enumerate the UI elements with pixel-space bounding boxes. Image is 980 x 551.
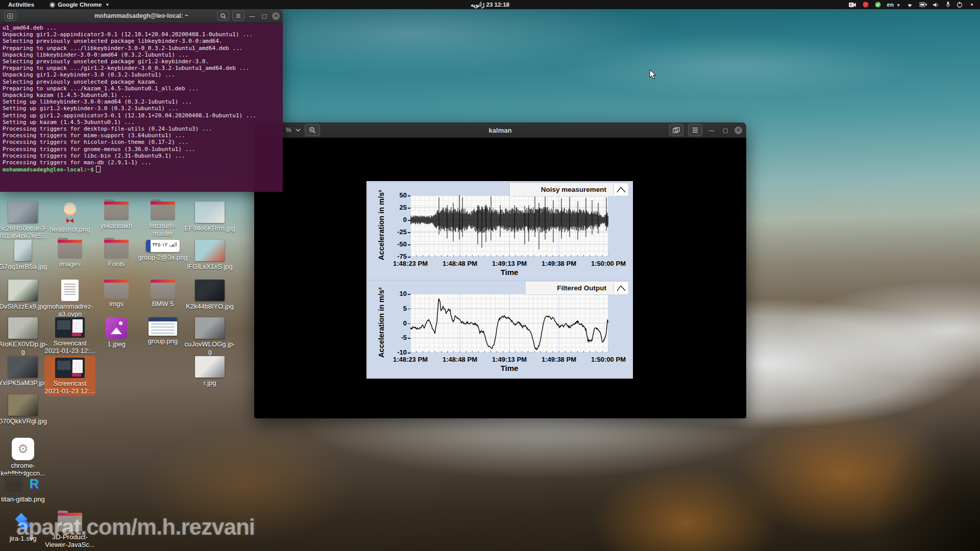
- desktop-item[interactable]: AIoKEX0VDp.jp-g: [0, 317, 48, 356]
- desktop-item[interactable]: r.jpg: [184, 356, 235, 387]
- minimize-button[interactable]: —: [707, 126, 716, 135]
- x-axis-title: Time: [410, 268, 608, 277]
- desktop-item[interactable]: group.png: [137, 317, 188, 345]
- x-tick-label: 1:50:00 PM: [591, 356, 626, 363]
- minimize-button[interactable]: —: [248, 11, 257, 20]
- y-tick-label: 5: [385, 305, 407, 312]
- maximize-button[interactable]: ▢: [721, 126, 730, 135]
- y-tick-mark: [408, 309, 410, 310]
- y-tick-mark: [408, 244, 410, 245]
- legend-label: Noisy measurement: [510, 186, 614, 193]
- system-menu-chevron-icon[interactable]: ▼: [970, 3, 974, 7]
- gallery-button[interactable]: [669, 124, 683, 136]
- activities-button[interactable]: Activities: [5, 0, 37, 9]
- desktop-item-label: AIoKEX0VDp.jp-g: [0, 340, 47, 356]
- desktop-item[interactable]: YxIPK5aM3P.jpg: [0, 356, 48, 387]
- desktop-item[interactable]: mohammadrez-a3.ovpn: [44, 280, 95, 318]
- desktop-item-label: mohammadrez-a3.ovpn: [46, 303, 93, 318]
- y-tick-mark: [408, 195, 410, 196]
- desktop-item[interactable]: cuJovWLOGg.jp-g: [184, 317, 235, 356]
- photo-thumbnail: [195, 240, 225, 261]
- waveform-legend-icon: [614, 283, 628, 293]
- folder-icon: [58, 240, 82, 259]
- shell-prompt: mohammadsadegh@leo-local:~$: [3, 166, 94, 173]
- desktop-item[interactable]: G7oq1erB5a.jpg: [0, 240, 48, 270]
- terminal-line: Processing triggers for mime-support (3.…: [3, 132, 283, 139]
- desktop-item[interactable]: ⚙chrome-kehflbbdgccn...: [0, 438, 48, 477]
- y-tick-mark: [408, 353, 410, 354]
- legend-label: Filtered Output: [526, 284, 614, 292]
- maximize-button[interactable]: ▢: [260, 11, 269, 20]
- desktop-item[interactable]: K2k44b8lYO.jpg: [184, 280, 235, 310]
- terminal-line: Processing triggers for desktop-file-uti…: [3, 126, 283, 132]
- clock-label[interactable]: 12:18 23 ژانویه: [471, 1, 509, 8]
- close-button[interactable]: ✕: [734, 127, 742, 134]
- terminal-line: Setting up kazam (1.4.5-3ubuntu0.1) ...: [3, 119, 283, 126]
- folder-icon: [104, 240, 129, 259]
- desktop-item[interactable]: TITANRtitan-gitlab.png: [0, 473, 48, 503]
- y-tick-label: -25: [385, 228, 407, 236]
- video-thumbnail: [55, 358, 85, 378]
- power-icon[interactable]: [957, 2, 963, 8]
- desktop-item[interactable]: BMW 5: [137, 280, 188, 308]
- desktop-item[interactable]: group-2@3x.png: [137, 240, 188, 261]
- volume-icon[interactable]: [933, 2, 940, 8]
- terminal-line: Selecting previously unselected package …: [3, 79, 283, 85]
- terminal-line: Unpacking kazam (1.4.5-3ubuntu0.1) ...: [3, 92, 283, 98]
- kalman-window: % kalman — ▢ ✕ Acceleration in m/s²: [254, 122, 746, 418]
- x-tick-label: 1:49:13 PM: [492, 260, 527, 267]
- terminal-titlebar[interactable]: mohammadsadegh@leo-local: ~ — ▢ ✕: [0, 9, 283, 23]
- desktop-item[interactable]: 070QkkVRgl.jpg: [0, 394, 48, 425]
- desktop-item-label: G7oq1erB5a.jpg: [0, 263, 47, 270]
- language-indicator[interactable]: en ▼: [887, 2, 901, 8]
- y-axis-label: Acceleration in m/s²: [377, 282, 385, 363]
- x-axis-title: Time: [410, 364, 608, 372]
- notification-badge-icon[interactable]: [863, 2, 869, 8]
- desktop-item[interactable]: yekanbakh: [91, 202, 142, 230]
- folder-icon: [104, 280, 129, 298]
- microphone-icon[interactable]: [946, 2, 950, 8]
- desktop-item[interactable]: DvSIAzzEx9.jpg: [0, 280, 48, 310]
- kalman-titlebar[interactable]: % kalman — ▢ ✕: [254, 122, 746, 138]
- terminal-line: u1_amd64.deb ...: [3, 24, 283, 31]
- desktop-item[interactable]: fetchurls-master: [137, 202, 188, 237]
- desktop-item[interactable]: headshot.png: [44, 202, 95, 233]
- desktop-item[interactable]: lFGlLxX1xS.jpg: [184, 240, 235, 270]
- desktop-item[interactable]: 8c26f450bbae3-781ab4ce7ec5...: [0, 202, 48, 240]
- desktop-item[interactable]: Screencast2021-01-23 12:...: [44, 317, 95, 355]
- desktop-item[interactable]: images: [44, 240, 95, 268]
- desktop-item-label: images: [59, 260, 81, 268]
- menu-button[interactable]: [688, 124, 702, 136]
- desktop-item[interactable]: imgs: [91, 280, 142, 308]
- kalman-image-area[interactable]: Acceleration in m/s² Noisy measurement T…: [254, 138, 746, 418]
- app-menu-button[interactable]: Google Chrome ▼: [46, 0, 112, 9]
- terminal-output[interactable]: u1_amd64.deb ...Unpacking gir1.2-appindi…: [0, 23, 283, 192]
- desktop-item-label: r.jpg: [204, 379, 216, 387]
- terminal-line: Setting up gir1.2-appindicator3-0.1 (12.…: [3, 112, 283, 119]
- chart-stack: Acceleration in m/s² Noisy measurement T…: [366, 181, 632, 378]
- desktop-item[interactable]: 1.jpeg: [91, 317, 142, 348]
- desktop-item[interactable]: Screencast2021-01-23 12:...: [44, 356, 95, 396]
- y-tick-mark: [408, 338, 410, 339]
- folder-icon: [151, 280, 175, 298]
- search-button[interactable]: [217, 11, 229, 21]
- plot-area: [410, 195, 608, 257]
- photo-thumbnail: [8, 202, 38, 223]
- mouse-cursor: [649, 69, 656, 80]
- status-ok-icon[interactable]: [875, 2, 881, 8]
- screen-recorder-icon[interactable]: [849, 2, 856, 8]
- app-menu-label: Google Chrome: [58, 2, 102, 8]
- close-button[interactable]: ✕: [272, 12, 280, 20]
- hamburger-menu-button[interactable]: [232, 11, 244, 21]
- folder-icon: [104, 202, 129, 220]
- plot-area: [410, 294, 608, 353]
- desktop-item-label: DvSIAzzEx9.jpg: [0, 303, 47, 310]
- battery-icon[interactable]: [919, 2, 927, 7]
- desktop-item[interactable]: EF94e6KRrm.jpg: [184, 202, 235, 232]
- desktop-item-label: fetchurls-master: [149, 222, 176, 237]
- desktop-item[interactable]: Fonts: [91, 240, 142, 268]
- x-tick-label: 1:49:13 PM: [492, 356, 527, 363]
- terminal-line: Selecting previously unselected package …: [3, 58, 283, 65]
- terminal-line: Processing triggers for libc-bin (2.31-0…: [3, 153, 283, 159]
- wifi-icon[interactable]: [906, 2, 913, 8]
